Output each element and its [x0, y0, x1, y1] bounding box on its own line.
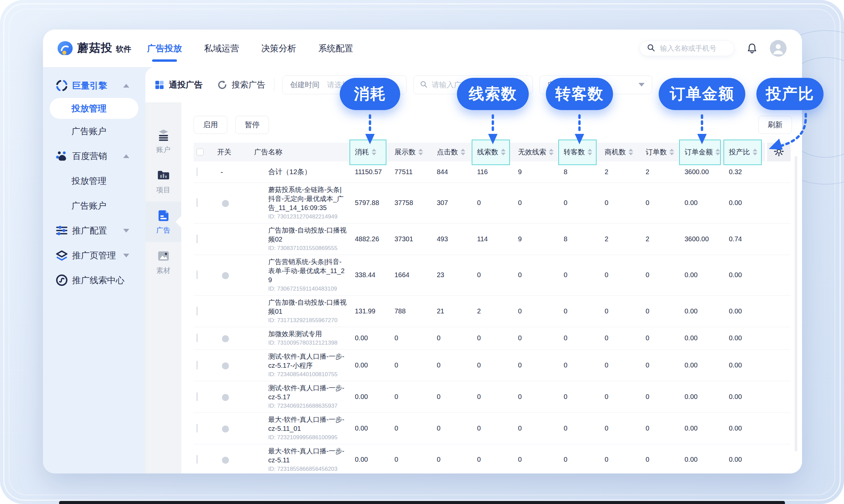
promotion-config-icon [55, 224, 68, 237]
sort-icon[interactable] [501, 149, 506, 155]
sidebar-group-百度营销[interactable]: 百度营销 [43, 144, 145, 168]
sort-icon[interactable] [587, 149, 592, 155]
rail-item-账户[interactable]: 账户 [145, 121, 181, 161]
sidebar-group-巨量引擎[interactable]: 巨量引擎 [43, 73, 145, 98]
row-checkbox[interactable] [196, 455, 198, 464]
column-header-label: 转客数 [564, 147, 585, 157]
column-header-订单数[interactable]: 订单数 [641, 143, 680, 161]
work-area: 账户项目广告素材 启用 暂停 刷新 开关广告名称消耗展示数点击数线索数无效线索转… [145, 102, 802, 473]
row-checkbox[interactable] [196, 307, 198, 316]
metric-value: 21 [432, 307, 472, 315]
user-avatar[interactable] [770, 40, 787, 57]
sidebar-group-推广页管理[interactable]: 推广页管理 [43, 243, 145, 268]
sort-icon[interactable] [418, 149, 423, 155]
metric-value: 0 [600, 334, 641, 342]
refresh-button[interactable]: 刷新 [758, 116, 792, 134]
chevron-down-icon[interactable] [123, 229, 129, 233]
sort-icon[interactable] [753, 149, 757, 155]
sidebar-item-广告账户[interactable]: 广告账户 [43, 119, 145, 144]
column-header-订单金额[interactable]: 订单金额 [680, 143, 724, 161]
top-nav-item[interactable]: 广告投放 [147, 38, 182, 59]
table-scrollbar[interactable] [795, 156, 797, 451]
row-checkbox-cell [194, 425, 212, 432]
enable-button[interactable]: 启用 [194, 116, 227, 134]
row-checkbox[interactable] [196, 270, 198, 279]
column-header-点击数[interactable]: 点击数 [432, 143, 472, 161]
sidebar-group-推广线索中心[interactable]: 推广线索中心 [43, 268, 145, 293]
main-content: 通投广告搜索广告 创建时间 请选择 请输入广告名称或项 [145, 67, 802, 473]
create-time-filter[interactable]: 创建时间 请选择 [282, 75, 407, 94]
sidebar-item-投放管理[interactable]: 投放管理 [43, 168, 145, 193]
ad-name[interactable]: 测试-软件-真人口播-一步-cz-5.17-小程序 [268, 352, 347, 370]
ad-id: ID: 7234085440100810755 [268, 371, 347, 378]
column-header-线索数[interactable]: 线索数 [472, 143, 513, 161]
column-header-商机数[interactable]: 商机数 [600, 143, 641, 161]
top-nav-item[interactable]: 系统配置 [318, 38, 353, 59]
ad-name[interactable]: 最大-软件-真人口播-一步-cz-5.11_01 [268, 415, 347, 433]
chevron-up-icon[interactable] [123, 154, 129, 158]
sort-icon[interactable] [549, 149, 553, 155]
ad-status-select[interactable]: 广告状态 [540, 75, 652, 94]
gear-icon[interactable] [774, 146, 784, 158]
ad-name-search-input[interactable]: 请输入广告名称或项 [413, 75, 533, 94]
rail-item-广告[interactable]: 广告 [145, 202, 181, 242]
ad-name[interactable]: 广告营销系统-头条|抖音-表单-手动-最优成本_11_29 [268, 257, 347, 285]
rail-item-项目[interactable]: 项目 [145, 161, 181, 202]
ad-name[interactable]: 广告加微-自动投放-口播视频02 [268, 226, 347, 244]
row-checkbox[interactable] [196, 235, 198, 243]
ad-type-tab-搜索广告[interactable]: 搜索广告 [217, 79, 265, 90]
metric-value: 0 [641, 393, 680, 401]
ad-type-tab-通投广告[interactable]: 通投广告 [155, 79, 203, 90]
sidebar-item-广告账户[interactable]: 广告账户 [43, 193, 145, 218]
column-header-转客数[interactable]: 转客数 [559, 143, 600, 161]
table-row: 测试-软件-真人口播-一步-cz-5.17-小程序ID: 72340854401… [194, 350, 791, 381]
sidebar-item-投放管理[interactable]: 投放管理 [50, 98, 138, 119]
ad-name[interactable]: 加微效果测试专用 [268, 329, 347, 339]
ad-name[interactable]: 合计（12条） [268, 167, 347, 177]
metric-value: 0.00 [350, 425, 390, 432]
sort-icon[interactable] [461, 149, 465, 155]
ad-name[interactable]: 广告加微-自动投放-口播视频01 [268, 298, 347, 316]
metric-value: 0 [513, 425, 559, 432]
ads-table: 开关广告名称消耗展示数点击数线索数无效线索转客数商机数订单数订单金额投产比 -合… [194, 143, 791, 473]
sort-icon[interactable] [629, 149, 633, 155]
app-window: 蘑菇投 软件 广告投放私域运营决策分析系统配置 输入名称或手机号 [43, 30, 802, 473]
rail-item-素材[interactable]: 素材 [145, 242, 181, 282]
ad-id: ID: 7234069216688635937 [268, 402, 347, 410]
metric-value: 844 [432, 168, 472, 176]
ad-name[interactable]: 蘑菇投系统-全链路-头条|抖音-无定向-最优成本_广告_11_14_16:09:… [268, 185, 347, 212]
sort-icon[interactable] [716, 149, 720, 155]
row-checkbox[interactable] [196, 334, 198, 342]
metric-value: 0 [432, 334, 472, 342]
row-checkbox[interactable] [196, 424, 198, 433]
ad-name[interactable]: 测试-软件-真人口播-一步-cz-5.17 [268, 383, 347, 402]
chevron-up-icon[interactable] [123, 84, 129, 88]
table-row: 广告营销系统-头条|抖音-表单-手动-最优成本_11_29ID: 7306721… [194, 255, 791, 295]
notification-bell-icon[interactable] [746, 42, 758, 54]
ad-name[interactable]: 最大-软件-真人口播-一步-cz-5.11 [268, 447, 347, 465]
row-switch-cell [212, 199, 249, 207]
metric-value: 9 [513, 168, 559, 176]
metric-value: 0.00 [680, 271, 724, 279]
row-checkbox[interactable] [196, 361, 198, 370]
column-header-投产比[interactable]: 投产比 [724, 143, 765, 161]
top-nav-label: 系统配置 [318, 43, 353, 53]
sidebar-group-推广配置[interactable]: 推广配置 [43, 218, 145, 243]
chevron-down-icon[interactable] [123, 254, 129, 257]
sort-icon[interactable] [669, 149, 674, 155]
row-checkbox[interactable] [196, 392, 198, 401]
column-header-无效线索[interactable]: 无效线索 [513, 143, 559, 161]
top-nav-item[interactable]: 私域运营 [204, 38, 239, 59]
column-header-消耗[interactable]: 消耗 [350, 143, 390, 161]
ad-id: ID: 7232109995686100995 [268, 434, 347, 442]
select-all-checkbox[interactable] [196, 148, 204, 156]
top-nav-item[interactable]: 决策分析 [261, 38, 296, 59]
pause-button[interactable]: 暂停 [235, 116, 269, 134]
global-search-input[interactable]: 输入名称或手机号 [639, 41, 734, 56]
column-header-展示数[interactable]: 展示数 [390, 143, 432, 161]
metric-value: 0.74 [724, 235, 765, 243]
row-checkbox[interactable] [196, 198, 198, 207]
sort-icon[interactable] [372, 149, 376, 155]
rail-item-label: 广告 [156, 226, 171, 235]
ad-id: ID: 7231855866856456203 [268, 465, 347, 473]
